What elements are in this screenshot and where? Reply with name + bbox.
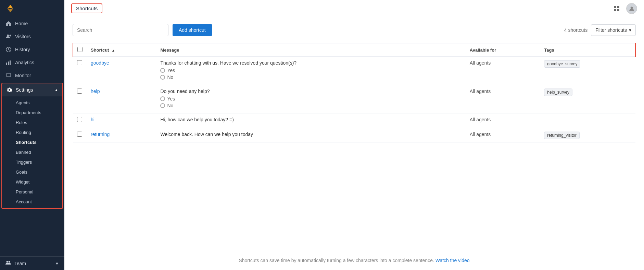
radio-circle xyxy=(160,96,165,101)
radio-option[interactable]: No xyxy=(160,103,461,108)
row-checkbox-cell xyxy=(73,57,87,85)
content-area: Add shortcut 4 shortcuts Filter shortcut… xyxy=(64,17,644,270)
radio-option[interactable]: No xyxy=(160,75,461,80)
home-icon xyxy=(5,21,12,27)
analytics-icon xyxy=(5,59,12,66)
topbar: Shortcuts xyxy=(64,0,644,17)
tag-badge: goodbye_survey xyxy=(544,60,580,68)
tags-cell xyxy=(540,113,635,128)
shortcut-name[interactable]: hi xyxy=(91,117,94,122)
submenu-roles[interactable]: Roles xyxy=(2,118,62,127)
filter-shortcuts-button[interactable]: Filter shortcuts ▾ xyxy=(591,24,636,36)
search-input[interactable] xyxy=(73,24,168,36)
header-available-for: Available for xyxy=(466,43,540,57)
sidebar-item-monitor[interactable]: Monitor xyxy=(0,69,64,82)
submenu-banned[interactable]: Banned xyxy=(2,147,62,157)
radio-option[interactable]: Yes xyxy=(160,68,461,73)
svg-rect-13 xyxy=(617,6,619,8)
svg-marker-2 xyxy=(10,9,13,12)
submenu-shortcuts[interactable]: Shortcuts xyxy=(2,137,62,147)
available-for-text: All agents xyxy=(470,117,491,122)
svg-rect-15 xyxy=(617,9,619,11)
history-icon xyxy=(5,46,12,53)
team-chevron-icon: ▼ xyxy=(55,261,59,266)
sidebar-item-home-label: Home xyxy=(15,21,28,26)
message-cell: Thanks for chatting with us. Have we res… xyxy=(156,57,465,85)
header-tags: Tags xyxy=(540,43,635,57)
submenu-widget[interactable]: Widget xyxy=(2,177,62,187)
watch-video-link[interactable]: Watch the video xyxy=(435,258,470,263)
row-checkbox[interactable] xyxy=(77,132,82,137)
row-checkbox[interactable] xyxy=(77,117,82,122)
available-for-text: All agents xyxy=(470,60,491,66)
sidebar-item-home[interactable]: Home xyxy=(0,17,64,30)
shortcuts-count: 4 shortcuts xyxy=(564,27,588,33)
team-icon xyxy=(5,260,11,267)
header-shortcut: Shortcut ▲ xyxy=(87,43,156,57)
sidebar-item-monitor-label: Monitor xyxy=(15,73,31,78)
filter-chevron-icon: ▾ xyxy=(629,27,631,33)
svg-rect-7 xyxy=(6,63,7,65)
submenu-departments[interactable]: Departments xyxy=(2,108,62,118)
settings-icon xyxy=(6,87,12,93)
table-header-row: Shortcut ▲ Message Available for Tags xyxy=(73,43,635,57)
toolbar-row: Add shortcut 4 shortcuts Filter shortcut… xyxy=(73,24,636,36)
svg-rect-8 xyxy=(8,62,9,65)
shortcut-name[interactable]: goodbye xyxy=(91,60,109,66)
tags-cell: help_survey xyxy=(540,85,635,113)
grid-icon[interactable] xyxy=(611,3,622,14)
svg-point-11 xyxy=(9,261,10,263)
row-checkbox[interactable] xyxy=(77,60,82,65)
footer-hint: Shortcuts can save time by automatically… xyxy=(73,258,636,263)
shortcut-name-cell: returning xyxy=(87,128,156,143)
row-checkbox[interactable] xyxy=(77,89,82,94)
monitor-icon xyxy=(5,72,12,79)
sidebar-item-history[interactable]: History xyxy=(0,43,64,56)
submenu-triggers[interactable]: Triggers xyxy=(2,157,62,167)
shortcut-name[interactable]: help xyxy=(91,89,100,94)
team-header[interactable]: Team ▼ xyxy=(0,257,64,270)
radio-label: No xyxy=(167,103,173,108)
tags-cell: goodbye_survey xyxy=(540,57,635,85)
radio-circle xyxy=(160,68,165,73)
message-text: Thanks for chatting with us. Have we res… xyxy=(160,60,461,66)
sidebar-logo[interactable] xyxy=(0,0,64,17)
radio-circle xyxy=(160,75,165,80)
shortcuts-table: Shortcut ▲ Message Available for Tags go… xyxy=(73,43,636,143)
toolbar-left: Add shortcut xyxy=(73,24,212,36)
page-title: Shortcuts xyxy=(71,3,102,13)
submenu-agents[interactable]: Agents xyxy=(2,98,62,108)
main-content: Shortcuts Add s xyxy=(64,0,644,270)
header-message: Message xyxy=(156,43,465,57)
svg-rect-9 xyxy=(10,60,11,65)
available-for-cell: All agents xyxy=(466,128,540,143)
submenu-routing[interactable]: Routing xyxy=(2,127,62,137)
table-container: Shortcut ▲ Message Available for Tags go… xyxy=(73,43,636,249)
team-section: Team ▼ xyxy=(0,256,64,270)
submenu-personal[interactable]: Personal xyxy=(2,187,62,197)
svg-marker-0 xyxy=(10,5,13,9)
sidebar-item-visitors[interactable]: Visitors xyxy=(0,30,64,43)
sidebar-item-visitors-label: Visitors xyxy=(15,34,31,39)
footer-hint-text: Shortcuts can save time by automatically… xyxy=(239,258,434,263)
avatar[interactable] xyxy=(626,3,637,14)
sidebar-item-analytics[interactable]: Analytics xyxy=(0,56,64,69)
topbar-right xyxy=(611,3,637,14)
svg-rect-14 xyxy=(614,9,616,11)
message-cell: Do you need any help?YesNo xyxy=(156,85,465,113)
shortcut-name[interactable]: returning xyxy=(91,132,110,137)
submenu-account[interactable]: Account xyxy=(2,197,62,207)
table-row: helpDo you need any help?YesNoAll agents… xyxy=(73,85,635,113)
radio-circle xyxy=(160,103,165,108)
shortcut-name-cell: hi xyxy=(87,113,156,128)
svg-marker-1 xyxy=(8,5,10,9)
add-shortcut-button[interactable]: Add shortcut xyxy=(173,24,212,36)
settings-chevron-icon: ▲ xyxy=(54,88,58,92)
radio-option[interactable]: Yes xyxy=(160,96,461,102)
row-checkbox-cell xyxy=(73,85,87,113)
settings-header[interactable]: Settings ▲ xyxy=(2,83,62,96)
submenu-goals[interactable]: Goals xyxy=(2,167,62,177)
message-text: Welcome back. How can we help you today xyxy=(160,132,461,137)
select-all-checkbox[interactable] xyxy=(77,47,83,52)
visitors-icon xyxy=(5,33,12,40)
